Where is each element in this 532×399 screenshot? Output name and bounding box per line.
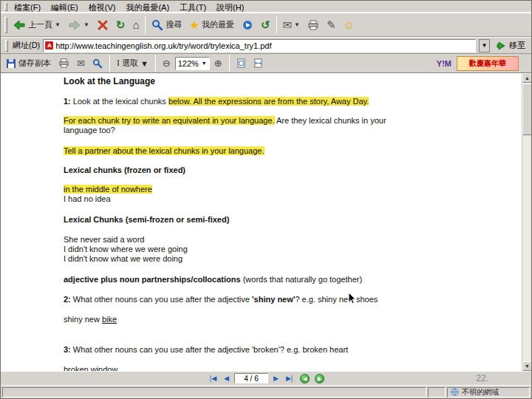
doc-line: She never said a word: [64, 235, 509, 245]
document-text: Look at the Language1: Look at the lexic…: [1, 73, 531, 371]
text-run: ? e.g. shiny new shoes: [295, 295, 378, 304]
forward-dropdown-icon[interactable]: ▼: [83, 21, 89, 28]
text-run: adjective plus noun partnerships/colloca…: [64, 275, 241, 284]
pdf-favicon: A: [45, 41, 53, 50]
text-run: Are they lexical chunks in your: [275, 116, 386, 125]
mail-button[interactable]: ✉ ▼: [279, 17, 304, 33]
zoom-out-button[interactable]: ⊖: [160, 57, 174, 69]
zoom-dropdown-icon[interactable]: ▼: [202, 61, 207, 66]
search-button[interactable]: 搜尋: [148, 17, 185, 33]
doc-line: Look at the Language: [64, 77, 509, 86]
home-button[interactable]: ⌂: [129, 17, 143, 33]
previous-page-button[interactable]: ◀: [222, 373, 231, 383]
zoom-out-icon: ⊖: [163, 58, 171, 69]
yahoo-messenger-button[interactable]: Y!M: [433, 58, 455, 69]
pdf-print-icon: [58, 58, 69, 69]
go-label: 移至: [509, 40, 525, 51]
back-button[interactable]: 上一頁 ▼: [9, 16, 64, 34]
pdf-email-button[interactable]: ✉: [74, 57, 88, 69]
save-copy-button[interactable]: 儲存副本: [3, 57, 54, 69]
media-button[interactable]: [238, 17, 257, 33]
toolbar-grip[interactable]: [4, 2, 7, 10]
next-page-button[interactable]: ▶: [271, 373, 281, 383]
text-run: broken: [64, 365, 89, 371]
print-icon: [307, 19, 319, 31]
fit-width-button[interactable]: [250, 58, 266, 69]
doc-line: language too?: [64, 126, 509, 135]
menu-item[interactable]: 檔案(F): [9, 3, 46, 12]
go-arrow-icon: [497, 41, 507, 51]
previous-view-button[interactable]: ◀: [300, 374, 310, 383]
refresh-button[interactable]: ↻: [112, 17, 129, 33]
first-page-button[interactable]: |◀: [208, 373, 219, 383]
favorites-label: 我的最愛: [202, 19, 234, 30]
security-zone-panel: 不明的網域: [447, 387, 530, 398]
edit-button[interactable]: ✎: [323, 17, 340, 33]
doc-line: in the middle of nowhere: [64, 185, 509, 194]
stop-button[interactable]: [93, 17, 112, 33]
zoom-level-combo[interactable]: 122% ▼: [175, 57, 210, 70]
scrollbar-thumb[interactable]: [522, 83, 531, 135]
select-dropdown-icon[interactable]: ▼: [140, 59, 149, 68]
mail-dropdown-icon[interactable]: ▼: [294, 21, 300, 28]
address-dropdown-icon[interactable]: ▼: [479, 39, 490, 52]
zoom-in-icon: ⊕: [214, 58, 222, 69]
doc-line: I had no idea: [64, 194, 509, 204]
pdf-print-button[interactable]: [55, 57, 72, 69]
menu-item[interactable]: 檢視(V): [83, 3, 121, 12]
vertical-scrollbar[interactable]: ▲ ▼: [522, 73, 531, 371]
text-run: 1:: [64, 97, 73, 106]
pdf-search-icon: [92, 58, 103, 69]
pdf-toolbar: 儲存副本 ✉ I 選取 ▼ ⊖ 122% ▼ ⊕: [1, 54, 531, 73]
toolbar-grip[interactable]: [4, 17, 7, 33]
scroll-up-icon[interactable]: ▲: [522, 73, 531, 83]
menu-item[interactable]: 說明(H): [211, 3, 249, 12]
print-button[interactable]: [304, 17, 323, 33]
ad-banner[interactable]: 歡慶嘉年華: [457, 56, 519, 71]
status-bar: 不明的網域: [1, 385, 531, 398]
select-tool-button[interactable]: I 選取 ▼: [114, 57, 151, 69]
toolbar-grip[interactable]: [5, 40, 7, 51]
doc-line: 1: Look at the lexical chunks below. All…: [64, 97, 509, 106]
select-tool-label: 選取: [122, 58, 138, 69]
slide-number: 22.: [476, 373, 488, 383]
mouse-cursor: [348, 292, 357, 305]
go-button[interactable]: 移至: [493, 39, 529, 52]
separator: [109, 55, 110, 72]
doc-line: shiny new bike: [64, 315, 509, 324]
status-progress-panel: [428, 387, 446, 398]
address-url[interactable]: http://www.teachingenglish.org.uk/try/wo…: [55, 41, 474, 50]
mail-icon: ✉: [283, 19, 293, 30]
address-bar: 網址(D) A http://www.teachingenglish.org.u…: [1, 37, 531, 54]
save-copy-label: 儲存副本: [18, 58, 51, 69]
last-page-button[interactable]: ▶|: [284, 373, 295, 383]
page-indicator[interactable]: 4 / 6: [234, 373, 268, 383]
menu-item[interactable]: 編輯(E): [46, 3, 83, 12]
highlighted-text: in the middle of nowhere: [64, 185, 152, 194]
text-run: window: [89, 365, 118, 371]
fit-width-icon: [253, 58, 263, 68]
highlighted-text: Tell a partner about the lexical chunks …: [64, 146, 265, 155]
next-view-button[interactable]: ▶: [315, 374, 324, 383]
favorites-button[interactable]: ★ 我的最愛: [185, 17, 237, 33]
zoom-in-button[interactable]: ⊕: [211, 57, 225, 69]
address-field[interactable]: A http://www.teachingenglish.org.uk/try/…: [43, 39, 476, 52]
home-icon: ⌂: [132, 19, 139, 30]
text-run: language too?: [64, 126, 115, 134]
text-run: What other nouns can you use after the a…: [73, 345, 348, 354]
history-button[interactable]: ↺: [257, 17, 274, 33]
text-run: (words that naturally go together): [241, 275, 362, 284]
text-run: She never said a word: [64, 235, 144, 244]
text-run: shiny new: [64, 315, 102, 324]
doc-line: Lexical Chunks (semi-frozen or semi-fixe…: [64, 215, 509, 225]
scroll-down-icon[interactable]: ▼: [522, 361, 531, 371]
forward-button[interactable]: ▼: [64, 16, 93, 34]
messenger-button[interactable]: ☺: [340, 17, 358, 33]
pdf-search-button[interactable]: [89, 58, 106, 69]
doc-line: 2: What other nouns can you use after th…: [64, 295, 509, 304]
back-dropdown-icon[interactable]: ▼: [55, 21, 61, 28]
fit-page-button[interactable]: [233, 58, 249, 69]
menu-item[interactable]: 工具(T): [174, 3, 211, 12]
menu-item[interactable]: 我的最愛(A): [120, 3, 174, 12]
separator: [229, 55, 230, 72]
